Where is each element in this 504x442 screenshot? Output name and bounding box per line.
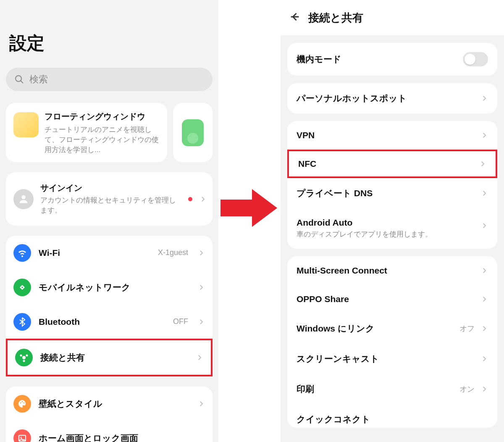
search-placeholder: 検索 xyxy=(29,73,48,86)
connection-sharing-screen: 接続と共有 機内モード パーソナルホットスポット VPN NFC プライベート … xyxy=(281,0,504,442)
bluetooth-label: Bluetooth xyxy=(39,317,165,327)
windows-link-row[interactable]: Windows にリンク オフ xyxy=(287,313,497,344)
android-auto-desc: 車のディスプレイでアプリを使用します。 xyxy=(297,229,475,239)
print-label: 印刷 xyxy=(297,383,454,395)
chevron-right-icon xyxy=(480,267,488,274)
chevron-right-icon xyxy=(480,355,488,363)
svg-point-9 xyxy=(24,403,24,403)
mobile-network-icon xyxy=(13,279,31,296)
vpn-label: VPN xyxy=(297,130,475,140)
hotspot-label: パーソナルホットスポット xyxy=(297,92,475,104)
search-icon xyxy=(14,74,24,84)
winlink-label: Windows にリンク xyxy=(297,323,454,334)
svg-marker-12 xyxy=(220,189,277,227)
home-label: ホーム画面とロック画面 xyxy=(39,432,205,442)
oppo-share-row[interactable]: OPPO Share xyxy=(287,285,497,313)
image-icon xyxy=(13,429,31,442)
multiscreen-label: Multi-Screen Connect xyxy=(297,266,475,276)
android-auto-row[interactable]: Android Auto 車のディスプレイでアプリを使用します。 xyxy=(287,208,497,249)
airplane-mode-row[interactable]: 機内モード xyxy=(287,43,497,76)
share-label: 接続と共有 xyxy=(40,352,188,363)
notification-dot-icon xyxy=(188,197,192,201)
floating-window-desc: チュートリアルのアニメを視聴して、フローティングウィンドウの使用方法を学習し..… xyxy=(45,125,160,155)
dns-label: プライベート DNS xyxy=(297,187,475,199)
chevron-right-icon xyxy=(480,95,488,102)
chevron-right-icon xyxy=(197,318,205,326)
signin-row[interactable]: サインイン アカウントの情報とセキュリティを管理します。 xyxy=(6,172,213,226)
svg-point-7 xyxy=(20,403,21,403)
wifi-icon xyxy=(13,244,31,262)
multiscreen-row[interactable]: Multi-Screen Connect xyxy=(287,256,497,285)
svg-point-3 xyxy=(22,356,26,359)
wifi-status: X-1guest xyxy=(158,248,188,257)
airplane-label: 機内モード xyxy=(297,53,457,65)
screencast-label: スクリーンキャスト xyxy=(297,353,475,365)
chevron-right-icon xyxy=(197,400,205,408)
svg-line-1 xyxy=(21,81,23,83)
chevron-right-icon xyxy=(480,189,488,197)
chevron-right-icon xyxy=(479,160,486,168)
private-dns-row[interactable]: プライベート DNS xyxy=(287,178,497,208)
avatar-icon xyxy=(13,189,34,209)
chevron-right-icon xyxy=(197,284,205,291)
settings-screen: 設定 検索 フローティングウィンドウ チュートリアルのアニメを視聴して、フローテ… xyxy=(0,0,218,442)
airplane-toggle[interactable] xyxy=(463,52,488,66)
arrow-right-icon xyxy=(220,189,277,227)
chevron-right-icon xyxy=(480,295,488,303)
android-auto-label: Android Auto xyxy=(297,218,475,228)
screen-title: 接続と共有 xyxy=(308,11,363,25)
wifi-row[interactable]: Wi-Fi X-1guest xyxy=(6,236,213,270)
connection-sharing-row[interactable]: 接続と共有 xyxy=(6,339,213,376)
quick-connect-row[interactable]: クイックコネクト xyxy=(287,404,497,428)
home-lock-row[interactable]: ホーム画面とロック画面 xyxy=(6,421,213,442)
wallpaper-row[interactable]: 壁紙とスタイル xyxy=(6,387,213,421)
svg-point-11 xyxy=(21,437,22,438)
back-button[interactable] xyxy=(289,11,301,24)
chevron-right-icon xyxy=(480,132,488,139)
print-row[interactable]: 印刷 オン xyxy=(287,374,497,404)
hotspot-row[interactable]: パーソナルホットスポット xyxy=(287,83,497,113)
vpn-row[interactable]: VPN xyxy=(287,121,497,150)
chevron-right-icon xyxy=(196,354,203,361)
palette-icon xyxy=(13,395,31,413)
svg-point-2 xyxy=(21,195,25,199)
header-bar: 接続と共有 xyxy=(281,0,504,35)
quick-label: クイックコネクト xyxy=(297,413,488,425)
opposhare-label: OPPO Share xyxy=(297,294,475,304)
wallpaper-label: 壁紙とスタイル xyxy=(39,398,190,410)
screencast-row[interactable]: スクリーンキャスト xyxy=(287,344,497,374)
mobile-label: モバイルネットワーク xyxy=(39,282,190,293)
green-card[interactable] xyxy=(173,103,213,162)
svg-point-8 xyxy=(22,401,23,402)
chevron-right-icon xyxy=(480,222,488,229)
svg-point-0 xyxy=(16,76,21,82)
bluetooth-status: OFF xyxy=(173,317,188,326)
chevron-right-icon xyxy=(197,249,205,257)
signin-desc: アカウントの情報とセキュリティを管理します。 xyxy=(40,195,181,216)
mobile-network-row[interactable]: モバイルネットワーク xyxy=(6,270,213,305)
chevron-right-icon xyxy=(199,195,207,203)
signin-title: サインイン xyxy=(40,182,181,194)
floating-window-icon xyxy=(13,112,39,137)
wifi-label: Wi-Fi xyxy=(39,248,150,258)
page-title: 設定 xyxy=(6,8,213,68)
share-icon xyxy=(15,349,33,366)
search-input[interactable]: 検索 xyxy=(6,68,213,91)
green-card-icon xyxy=(182,119,204,146)
bluetooth-icon xyxy=(13,313,31,331)
svg-point-6 xyxy=(23,360,25,362)
chevron-right-icon xyxy=(480,325,488,332)
nfc-label: NFC xyxy=(298,159,473,169)
chevron-right-icon xyxy=(480,385,488,393)
floating-window-title: フローティングウィンドウ xyxy=(45,110,160,122)
floating-window-card[interactable]: フローティングウィンドウ チュートリアルのアニメを視聴して、フローティングウィン… xyxy=(6,103,167,162)
bluetooth-row[interactable]: Bluetooth OFF xyxy=(6,305,213,339)
svg-point-5 xyxy=(26,354,28,356)
winlink-status: オフ xyxy=(459,324,475,334)
nfc-row[interactable]: NFC xyxy=(287,150,497,178)
print-status: オン xyxy=(459,384,475,394)
svg-point-4 xyxy=(20,354,22,356)
